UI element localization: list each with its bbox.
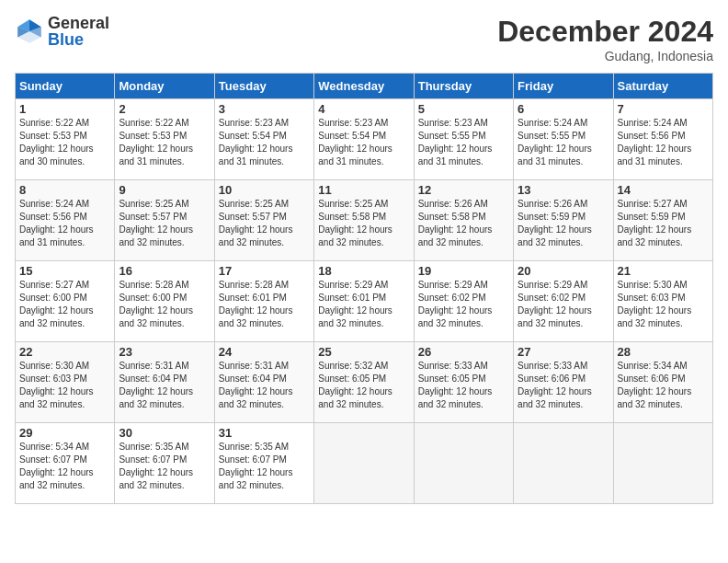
logo-text: General Blue	[48, 15, 109, 48]
day-number: 31	[219, 426, 310, 440]
table-cell: 3Sunrise: 5:23 AMSunset: 5:54 PMDaylight…	[214, 99, 313, 180]
table-cell: 16Sunrise: 5:28 AMSunset: 6:00 PMDayligh…	[115, 261, 214, 342]
table-cell	[613, 423, 712, 504]
day-info: Sunrise: 5:31 AMSunset: 6:04 PMDaylight:…	[119, 360, 210, 411]
day-number: 12	[418, 183, 509, 197]
day-info: Sunrise: 5:24 AMSunset: 5:56 PMDaylight:…	[618, 117, 709, 168]
day-number: 24	[219, 345, 310, 359]
logo-general: General	[48, 15, 109, 31]
day-info: Sunrise: 5:22 AMSunset: 5:53 PMDaylight:…	[19, 117, 110, 168]
day-number: 25	[318, 345, 409, 359]
table-cell: 30Sunrise: 5:35 AMSunset: 6:07 PMDayligh…	[115, 423, 214, 504]
week-row-3: 15Sunrise: 5:27 AMSunset: 6:00 PMDayligh…	[16, 261, 713, 342]
logo: General Blue	[15, 15, 109, 48]
day-number: 26	[418, 345, 509, 359]
table-cell: 2Sunrise: 5:22 AMSunset: 5:53 PMDaylight…	[115, 99, 214, 180]
week-row-2: 8Sunrise: 5:24 AMSunset: 5:56 PMDaylight…	[16, 180, 713, 261]
day-number: 3	[219, 102, 310, 116]
day-info: Sunrise: 5:34 AMSunset: 6:06 PMDaylight:…	[618, 360, 709, 411]
day-number: 27	[518, 345, 609, 359]
day-number: 10	[219, 183, 310, 197]
table-cell	[514, 423, 613, 504]
day-number: 29	[19, 426, 110, 440]
logo-blue: Blue	[48, 31, 109, 48]
table-cell: 5Sunrise: 5:23 AMSunset: 5:55 PMDaylight…	[414, 99, 513, 180]
day-info: Sunrise: 5:29 AMSunset: 6:02 PMDaylight:…	[418, 279, 509, 330]
table-cell: 23Sunrise: 5:31 AMSunset: 6:04 PMDayligh…	[115, 342, 214, 423]
day-info: Sunrise: 5:25 AMSunset: 5:57 PMDaylight:…	[219, 198, 310, 249]
day-info: Sunrise: 5:31 AMSunset: 6:04 PMDaylight:…	[219, 360, 310, 411]
table-cell: 26Sunrise: 5:33 AMSunset: 6:05 PMDayligh…	[414, 342, 513, 423]
day-info: Sunrise: 5:29 AMSunset: 6:01 PMDaylight:…	[318, 279, 409, 330]
table-cell: 22Sunrise: 5:30 AMSunset: 6:03 PMDayligh…	[16, 342, 115, 423]
day-number: 23	[119, 345, 210, 359]
day-info: Sunrise: 5:28 AMSunset: 6:00 PMDaylight:…	[119, 279, 210, 330]
day-number: 4	[318, 102, 409, 116]
day-number: 22	[19, 345, 110, 359]
day-number: 6	[518, 102, 609, 116]
table-cell: 9Sunrise: 5:25 AMSunset: 5:57 PMDaylight…	[115, 180, 214, 261]
header-friday: Friday	[514, 74, 613, 99]
day-number: 9	[119, 183, 210, 197]
table-cell	[314, 423, 414, 504]
day-number: 30	[119, 426, 210, 440]
day-info: Sunrise: 5:27 AMSunset: 6:00 PMDaylight:…	[19, 279, 110, 330]
title-block: December 2024 Gudang, Indonesia	[497, 15, 713, 63]
day-info: Sunrise: 5:23 AMSunset: 5:55 PMDaylight:…	[418, 117, 509, 168]
day-info: Sunrise: 5:30 AMSunset: 6:03 PMDaylight:…	[19, 360, 110, 411]
day-number: 28	[618, 345, 709, 359]
table-cell: 13Sunrise: 5:26 AMSunset: 5:59 PMDayligh…	[514, 180, 613, 261]
day-number: 5	[418, 102, 509, 116]
day-number: 19	[418, 264, 509, 278]
day-info: Sunrise: 5:23 AMSunset: 5:54 PMDaylight:…	[318, 117, 409, 168]
table-cell	[414, 423, 513, 504]
day-info: Sunrise: 5:35 AMSunset: 6:07 PMDaylight:…	[119, 441, 210, 492]
table-cell: 6Sunrise: 5:24 AMSunset: 5:55 PMDaylight…	[514, 99, 613, 180]
day-info: Sunrise: 5:25 AMSunset: 5:58 PMDaylight:…	[318, 198, 409, 249]
table-cell: 17Sunrise: 5:28 AMSunset: 6:01 PMDayligh…	[214, 261, 313, 342]
day-info: Sunrise: 5:23 AMSunset: 5:54 PMDaylight:…	[219, 117, 310, 168]
header-saturday: Saturday	[613, 74, 712, 99]
day-number: 16	[119, 264, 210, 278]
calendar-header-row: Sunday Monday Tuesday Wednesday Thursday…	[16, 74, 713, 99]
day-info: Sunrise: 5:26 AMSunset: 5:59 PMDaylight:…	[518, 198, 609, 249]
location: Gudang, Indonesia	[497, 49, 713, 63]
logo-icon	[15, 17, 44, 46]
day-number: 13	[518, 183, 609, 197]
table-cell: 14Sunrise: 5:27 AMSunset: 5:59 PMDayligh…	[613, 180, 712, 261]
month-title: December 2024	[497, 15, 713, 49]
table-cell: 28Sunrise: 5:34 AMSunset: 6:06 PMDayligh…	[613, 342, 712, 423]
table-cell: 25Sunrise: 5:32 AMSunset: 6:05 PMDayligh…	[314, 342, 414, 423]
day-info: Sunrise: 5:33 AMSunset: 6:05 PMDaylight:…	[418, 360, 509, 411]
table-cell: 4Sunrise: 5:23 AMSunset: 5:54 PMDaylight…	[314, 99, 414, 180]
day-info: Sunrise: 5:33 AMSunset: 6:06 PMDaylight:…	[518, 360, 609, 411]
day-number: 1	[19, 102, 110, 116]
day-number: 11	[318, 183, 409, 197]
day-info: Sunrise: 5:29 AMSunset: 6:02 PMDaylight:…	[518, 279, 609, 330]
table-cell: 10Sunrise: 5:25 AMSunset: 5:57 PMDayligh…	[214, 180, 313, 261]
page-header: General Blue December 2024 Gudang, Indon…	[15, 15, 713, 63]
day-info: Sunrise: 5:28 AMSunset: 6:01 PMDaylight:…	[219, 279, 310, 330]
day-info: Sunrise: 5:26 AMSunset: 5:58 PMDaylight:…	[418, 198, 509, 249]
table-cell: 1Sunrise: 5:22 AMSunset: 5:53 PMDaylight…	[16, 99, 115, 180]
table-cell: 31Sunrise: 5:35 AMSunset: 6:07 PMDayligh…	[214, 423, 313, 504]
day-info: Sunrise: 5:25 AMSunset: 5:57 PMDaylight:…	[119, 198, 210, 249]
table-cell: 18Sunrise: 5:29 AMSunset: 6:01 PMDayligh…	[314, 261, 414, 342]
day-number: 18	[318, 264, 409, 278]
day-info: Sunrise: 5:34 AMSunset: 6:07 PMDaylight:…	[19, 441, 110, 492]
day-info: Sunrise: 5:35 AMSunset: 6:07 PMDaylight:…	[219, 441, 310, 492]
day-number: 20	[518, 264, 609, 278]
header-thursday: Thursday	[414, 74, 513, 99]
day-info: Sunrise: 5:27 AMSunset: 5:59 PMDaylight:…	[618, 198, 709, 249]
day-info: Sunrise: 5:24 AMSunset: 5:55 PMDaylight:…	[518, 117, 609, 168]
header-tuesday: Tuesday	[214, 74, 313, 99]
table-cell: 15Sunrise: 5:27 AMSunset: 6:00 PMDayligh…	[16, 261, 115, 342]
day-number: 2	[119, 102, 210, 116]
week-row-1: 1Sunrise: 5:22 AMSunset: 5:53 PMDaylight…	[16, 99, 713, 180]
day-number: 21	[618, 264, 709, 278]
table-cell: 27Sunrise: 5:33 AMSunset: 6:06 PMDayligh…	[514, 342, 613, 423]
day-number: 8	[19, 183, 110, 197]
table-cell: 7Sunrise: 5:24 AMSunset: 5:56 PMDaylight…	[613, 99, 712, 180]
week-row-4: 22Sunrise: 5:30 AMSunset: 6:03 PMDayligh…	[16, 342, 713, 423]
table-cell: 20Sunrise: 5:29 AMSunset: 6:02 PMDayligh…	[514, 261, 613, 342]
